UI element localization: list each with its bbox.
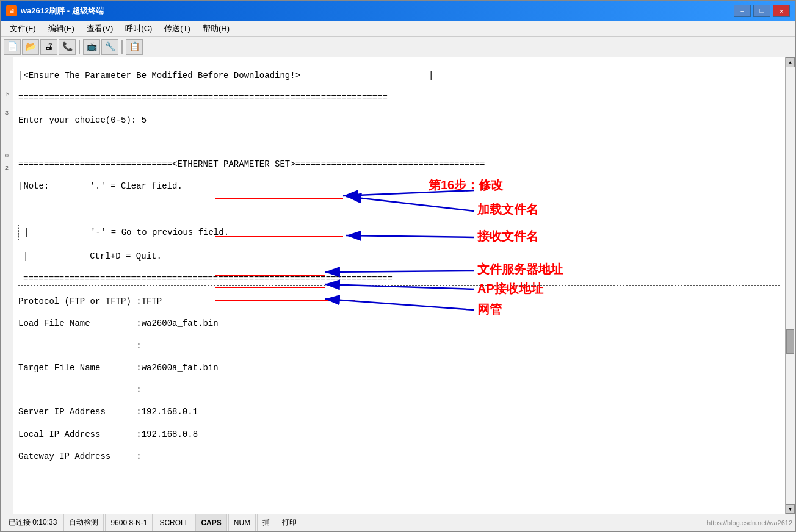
menu-transfer[interactable]: 传送(T)	[158, 22, 197, 35]
line-4	[18, 136, 780, 148]
close-button[interactable]: ✕	[773, 5, 790, 17]
title-bar: 🖥 wa2612刷胖 - 超级终端 － □ ✕	[1, 1, 795, 21]
title-bar-left: 🖥 wa2612刷胖 - 超级终端	[6, 5, 104, 16]
line-blank-1	[18, 472, 780, 484]
menu-view[interactable]: 查看(V)	[81, 22, 119, 35]
scroll-up-arrow[interactable]: ▲	[786, 57, 795, 67]
line-targetfile: Target File Name :wa2600a_fat.bin	[18, 362, 780, 374]
line-protocol: Protocol (FTP or TFTP) :TFTP	[18, 295, 780, 307]
line-blank-2	[18, 495, 780, 507]
vertical-scrollbar[interactable]: ▲ ▼	[785, 57, 795, 514]
status-capture: 捕	[257, 514, 275, 531]
line-6: |Note: '.' = Clear field. |	[18, 180, 780, 192]
toolbar-separator-1	[79, 40, 80, 54]
scroll-thumb[interactable]	[786, 329, 794, 354]
menu-call[interactable]: 呼叫(C)	[119, 22, 158, 35]
toolbar-screen-btn[interactable]: 📺	[83, 39, 100, 55]
status-print: 打印	[277, 514, 302, 531]
toolbar-print-btn[interactable]: 🖨	[40, 39, 57, 55]
app-icon: 🖥	[6, 5, 17, 16]
status-detection: 自动检测	[63, 514, 104, 531]
toolbar-phone-btn[interactable]: 📞	[59, 39, 76, 55]
scroll-down-arrow[interactable]: ▼	[786, 504, 795, 514]
status-connection: 已连接 0:10:33	[4, 514, 62, 531]
terminal-main[interactable]: |<Ensure The Parameter Be Modified Befor…	[13, 57, 785, 514]
menu-file[interactable]: 文件(F)	[4, 22, 42, 35]
toolbar: 📄 📂 🖨 📞 📺 🔧 📋	[1, 37, 795, 57]
maximize-button[interactable]: □	[753, 5, 770, 17]
main-window: 🖥 wa2612刷胖 - 超级终端 － □ ✕ 文件(F) 编辑(E) 查看(V…	[0, 0, 796, 532]
line-inner-3: ========================================…	[18, 273, 780, 286]
minimize-button[interactable]: －	[734, 5, 751, 17]
line-2: ========================================…	[18, 92, 780, 104]
status-scroll: SCROLL	[154, 514, 194, 531]
toolbar-extra-btn[interactable]: 📋	[126, 39, 143, 55]
window-title: wa2612刷胖 - 超级终端	[21, 5, 104, 16]
line-localip: Local IP Address :192.168.0.8	[18, 428, 780, 440]
line-empty-1: :	[18, 340, 780, 352]
toolbar-new-btn[interactable]: 📄	[4, 39, 21, 55]
line-7	[18, 203, 780, 215]
line-loadfile: Load File Name :wa2600a_fat.bin	[18, 317, 780, 329]
line-3: Enter your choice(0-5): 5	[18, 114, 780, 126]
terminal-output[interactable]: |<Ensure The Parameter Be Modified Befor…	[13, 57, 785, 514]
line-serverip: Server IP Address :192.168.0.1	[18, 406, 780, 418]
line-1: |<Ensure The Parameter Be Modified Befor…	[18, 70, 780, 82]
status-caps: CAPS	[195, 514, 226, 531]
menu-bar: 文件(F) 编辑(E) 查看(V) 呼叫(C) 传送(T) 帮助(H)	[1, 21, 795, 37]
watermark: https://blog.csdn.net/wa2612	[707, 519, 792, 527]
terminal-container: 下 3 0 2 |<Ensure The Parameter Be Modifi…	[1, 57, 795, 514]
window-controls: － □ ✕	[734, 5, 790, 17]
line-inner-2: | Ctrl+D = Quit.	[18, 250, 780, 262]
status-num: NUM	[228, 514, 256, 531]
line-5: ==============================<ETHERNET …	[18, 158, 780, 170]
line-inner-box-start: | '-' = Go to previous field.	[18, 225, 780, 240]
scroll-track[interactable]	[786, 67, 795, 504]
toolbar-separator-2	[121, 40, 123, 54]
left-sidebar: 下 3 0 2	[1, 57, 13, 514]
status-baudrate: 9600 8-N-1	[105, 514, 153, 531]
menu-edit[interactable]: 编辑(E)	[42, 22, 81, 35]
status-bar: 已连接 0:10:33 自动检测 9600 8-N-1 SCROLL CAPS …	[1, 514, 795, 531]
toolbar-settings-btn[interactable]: 🔧	[101, 39, 118, 55]
line-gateway: Gateway IP Address :	[18, 450, 780, 462]
line-empty-2: :	[18, 384, 780, 396]
menu-help[interactable]: 帮助(H)	[197, 22, 236, 35]
toolbar-open-btn[interactable]: 📂	[22, 39, 39, 55]
